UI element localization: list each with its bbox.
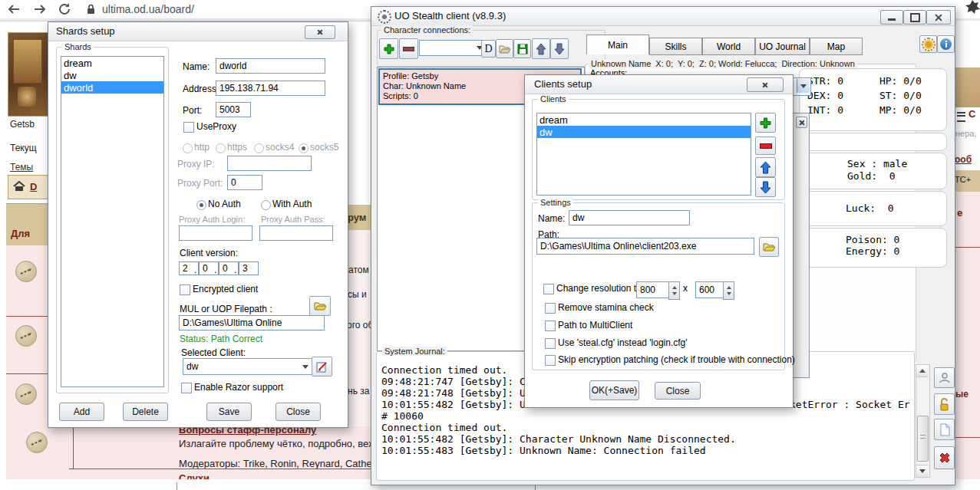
proxy-socks4-radio[interactable] <box>254 143 264 153</box>
client-path-browse-button[interactable] <box>759 237 779 257</box>
version-dot: . <box>234 265 236 275</box>
right-menu-link[interactable]: С <box>968 108 975 120</box>
forum-themes-link[interactable]: Темы <box>10 162 33 173</box>
stamina-checkbox[interactable] <box>545 303 556 314</box>
add-button[interactable]: Add <box>59 403 104 421</box>
delete-button[interactable]: Delete <box>123 403 168 421</box>
shards-titlebar[interactable]: Shards setup <box>48 22 348 41</box>
tab-skills[interactable]: Skills <box>649 38 702 55</box>
client-down-button[interactable] <box>755 177 776 197</box>
reload-icon[interactable] <box>57 2 72 17</box>
forum-banner[interactable] <box>8 32 48 117</box>
tab-map-label: Map <box>827 41 845 52</box>
multiclient-checkbox[interactable] <box>545 321 556 331</box>
info-button[interactable] <box>937 35 955 53</box>
shards-close-button[interactable] <box>305 25 335 39</box>
back-icon[interactable] <box>6 2 21 16</box>
add-profile-button[interactable] <box>379 38 398 59</box>
open-profile-button[interactable] <box>496 39 513 58</box>
resolution-height-spinner[interactable] <box>723 281 734 300</box>
shard-port-input[interactable]: 5003 <box>216 102 251 117</box>
client-list-item[interactable]: dream <box>537 113 751 126</box>
move-down-button[interactable] <box>550 38 569 59</box>
clients-close-button[interactable] <box>747 77 784 92</box>
close-button[interactable]: Close <box>276 403 321 421</box>
journal-scrollbar[interactable] <box>916 364 930 478</box>
energy-line: Energy: 0 <box>846 245 899 257</box>
scroll-thumb[interactable] <box>917 416 929 462</box>
shard-name-input[interactable]: dworld <box>216 58 325 74</box>
client-list-item-selected[interactable]: dw <box>537 126 751 138</box>
selected-client-combobox[interactable]: dw <box>183 358 313 375</box>
selected-client-label: Selected Client: <box>181 347 246 358</box>
resolution-width-spinner[interactable] <box>668 281 680 300</box>
remove-profile-button[interactable] <box>399 38 418 59</box>
maximize-button[interactable] <box>903 10 926 25</box>
move-up-button[interactable] <box>532 38 550 59</box>
client-remove-button[interactable] <box>755 136 776 155</box>
encrypted-checkbox[interactable] <box>180 284 190 295</box>
character-button[interactable] <box>934 367 955 388</box>
settings-gear-button[interactable] <box>919 35 937 53</box>
client-name-input[interactable]: dw <box>569 210 690 225</box>
stealth-titlebar[interactable]: UO Stealth client (v8.9.3) <box>371 7 955 26</box>
scroll-up-button[interactable] <box>916 365 928 377</box>
resolution-checkbox[interactable] <box>543 284 554 294</box>
proxy-socks4-label: socks4 <box>266 142 294 153</box>
shard-list-item[interactable]: dw <box>61 69 163 81</box>
version-input-4[interactable]: 3 <box>239 261 259 275</box>
proxy-ip-input[interactable] <box>227 156 312 171</box>
url-text[interactable]: ultima.od.ua/board/ <box>102 3 194 15</box>
shard-list-item[interactable]: dream <box>61 57 163 69</box>
lock-icon <box>86 3 96 15</box>
proxy-socks5-radio[interactable] <box>299 143 309 153</box>
forum-home-button[interactable]: D <box>8 175 48 199</box>
menu-icon[interactable] <box>957 112 965 122</box>
tab-map[interactable]: Map <box>810 38 863 55</box>
lock-button[interactable] <box>934 393 955 415</box>
document-button[interactable] <box>934 419 955 440</box>
close-button[interactable] <box>926 10 951 25</box>
forum-frag-atom: атом <box>348 265 369 275</box>
forward-icon[interactable] <box>32 2 48 16</box>
useproxy-checkbox[interactable] <box>183 122 194 133</box>
skip-encryption-checkbox[interactable] <box>545 355 556 366</box>
tab-main[interactable]: Main <box>586 35 649 54</box>
scroll-down-button[interactable] <box>916 465 928 477</box>
noauth-radio[interactable] <box>196 200 206 210</box>
save-button[interactable]: Save <box>206 403 252 421</box>
razor-checkbox[interactable] <box>181 383 192 393</box>
client-up-button[interactable] <box>755 157 776 177</box>
shards-listbox[interactable]: dream dw dworld <box>61 56 164 387</box>
proxy-http-radio[interactable] <box>183 143 193 153</box>
auth-login-input[interactable] <box>179 225 252 241</box>
client-path-input[interactable]: D:\Games\Ultima Online\client203.exe <box>536 238 754 255</box>
edit-client-button[interactable] <box>312 357 332 377</box>
proxy-port-input[interactable]: 0 <box>227 175 262 190</box>
ok-save-button[interactable]: OK(+Save) <box>589 380 639 400</box>
proxy-https-radio[interactable] <box>216 143 226 153</box>
hidden-window-close-button[interactable] <box>796 117 807 128</box>
client-add-button[interactable] <box>755 113 776 133</box>
forum-sliver: рум <box>347 205 371 230</box>
clients-close-action-button[interactable]: Close <box>655 382 701 400</box>
save-profile-button[interactable] <box>513 39 531 58</box>
d-button[interactable]: D <box>481 40 496 58</box>
browser-extension-icon[interactable] <box>965 0 980 14</box>
stealcfg-checkbox[interactable] <box>545 338 556 349</box>
home-link-label[interactable]: D <box>30 181 37 192</box>
shard-list-item-selected[interactable]: dworld <box>61 81 163 94</box>
tab-uo-journal[interactable]: UO Journal <box>755 38 810 55</box>
mul-browse-button[interactable] <box>309 296 331 316</box>
tab-world[interactable]: World <box>702 38 755 55</box>
delete-button[interactable] <box>934 446 955 469</box>
right-frag2[interactable]: ооб <box>955 154 972 165</box>
profile-combobox[interactable] <box>419 40 487 56</box>
shard-address-input[interactable]: 195.138.71.94 <box>216 81 325 96</box>
clients-listbox[interactable]: dream dw <box>536 113 751 196</box>
withauth-radio[interactable] <box>261 200 271 210</box>
auth-pass-input[interactable] <box>259 225 333 241</box>
poison-energy-box: Poison: 0 Energy: 0 <box>799 228 947 268</box>
mul-path-input[interactable]: D:\Games\Ultima Online <box>179 315 325 331</box>
minimize-button[interactable] <box>880 10 903 25</box>
